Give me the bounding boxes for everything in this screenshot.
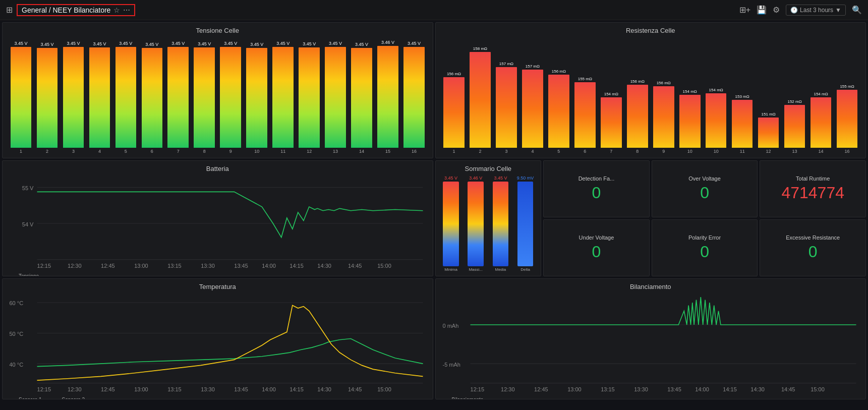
bar — [758, 118, 779, 148]
share-icon[interactable]: ⋯ — [123, 6, 130, 14]
svg-text:12:45: 12:45 — [534, 386, 548, 392]
bar-value: 3.45 V — [67, 41, 80, 46]
zoom-icon[interactable]: 🔍 — [852, 5, 862, 15]
svg-text:50 °C: 50 °C — [10, 331, 24, 337]
bar — [627, 85, 648, 148]
sommario-celle-panel: Sommario Celle 3.45 V Minima 3.46 V Mass… — [435, 160, 542, 276]
chevron-down-icon: ▼ — [835, 7, 841, 14]
resistenza-bar-col: 154 mΩ 7 — [599, 92, 623, 154]
svg-text:14:15: 14:15 — [723, 386, 737, 392]
svg-text:13:30: 13:30 — [201, 386, 215, 392]
bar-wrapper — [494, 67, 518, 148]
bar-value: 156 mΩ — [447, 72, 461, 76]
bilanciamento-svg: 0 mAh -5 mAh 12:15 12:30 12:45 13:00 13:… — [440, 294, 862, 395]
bar — [496, 67, 517, 148]
tensione-bar-col: 3.45 V 1 — [9, 41, 33, 154]
svg-text:13:30: 13:30 — [634, 386, 648, 392]
grid-icon[interactable]: ⊞ — [6, 5, 13, 15]
bar-wrapper — [546, 75, 571, 148]
bar — [522, 70, 543, 148]
star-icon[interactable]: ☆ — [113, 6, 120, 14]
tensione-bar-col: 3.45 V 8 — [192, 41, 217, 154]
sommario-label: Delta — [520, 267, 530, 272]
resistenza-bar-col: 156 mΩ 9 — [651, 81, 676, 154]
tensione-bar-col: 3.45 V 2 — [35, 42, 60, 154]
bar-value: 3.45 V — [276, 41, 290, 46]
bar-label: 5 — [125, 149, 127, 154]
add-panel-icon[interactable]: ⊞+ — [739, 5, 750, 15]
temperatura-svg: 60 °C 50 °C 40 °C 12:15 12:30 12:45 13:0… — [7, 294, 429, 395]
stat-value: 0 — [700, 243, 709, 261]
bar — [325, 47, 346, 148]
tensione-bar-col: 3.45 V 9 — [218, 41, 243, 154]
sensore1-line — [37, 339, 423, 367]
stat-title: Under Voltage — [579, 235, 614, 241]
resistenza-bar-col: 154 mΩ 10 — [704, 88, 728, 154]
bar-value: 3.45 V — [303, 41, 316, 46]
bar-label: 12 — [307, 149, 312, 154]
svg-text:14:45: 14:45 — [348, 263, 362, 269]
bar-value: 156 mΩ — [657, 81, 671, 85]
svg-text:13:45: 13:45 — [234, 263, 248, 269]
bilanciamento-panel: Bilanciamento 0 mAh -5 mAh 12:15 12:30 1… — [435, 278, 866, 399]
bar-label: 1 — [452, 149, 455, 154]
stat-value: 0 — [592, 184, 601, 202]
resistenza-bar-col: 155 mΩ 16 — [835, 84, 859, 154]
bar-wrapper — [468, 52, 492, 148]
bar-value: 154 mΩ — [683, 89, 697, 94]
time-range-picker[interactable]: 🕐 Last 3 hours ▼ — [786, 5, 846, 16]
tensione-bar-col: 3.45 V 16 — [402, 41, 427, 154]
sommario-bars: 3.45 V Minima 3.46 V Massi... 3.45 V Med… — [440, 175, 537, 272]
bar-value: 3.45 V — [198, 41, 211, 46]
save-icon[interactable]: 💾 — [757, 5, 767, 15]
bar-value: 155 mΩ — [578, 77, 592, 81]
svg-text:12:30: 12:30 — [68, 386, 82, 392]
bar-wrapper — [704, 93, 728, 148]
bar-label: 2 — [46, 149, 48, 154]
tensione-bar-col: 3.45 V 14 — [350, 42, 374, 154]
svg-text:13:45: 13:45 — [234, 386, 248, 392]
settings-icon[interactable]: ⚙ — [773, 5, 780, 15]
bar — [89, 47, 110, 148]
sensore1-legend: Sensore 1 — [7, 397, 42, 399]
tensione-celle-panel: Tensione Celle 3.45 V 1 3.45 V 2 3.45 V … — [2, 22, 433, 158]
sommario-bar — [443, 182, 459, 266]
bar-label: 2 — [479, 149, 481, 154]
svg-text:60 °C: 60 °C — [10, 301, 24, 307]
bar-label: 4 — [98, 149, 101, 154]
bar-label: 14 — [359, 149, 364, 154]
y-label-55v: 55 V — [22, 185, 34, 191]
bar — [63, 47, 84, 148]
bar-value: 151 mΩ — [762, 112, 776, 116]
svg-text:12:30: 12:30 — [68, 263, 82, 269]
bar-label: 15 — [385, 149, 390, 154]
tensione-bar-col: 3.45 V 13 — [323, 41, 348, 154]
svg-text:12:15: 12:15 — [37, 386, 51, 392]
stat-panel: Polarity Error 0 — [652, 219, 758, 276]
temperatura-chart-area: 60 °C 50 °C 40 °C 12:15 12:30 12:45 13:0… — [7, 294, 429, 395]
bar-wrapper — [9, 47, 33, 148]
stat-title: Polarity Error — [688, 235, 721, 241]
bar — [115, 47, 137, 148]
bar-label: 10 — [254, 149, 259, 154]
bar-label: 4 — [531, 149, 534, 154]
bar — [548, 75, 569, 148]
resistenza-bar-col: 157 mΩ 3 — [494, 62, 518, 154]
bar-value: 155 mΩ — [840, 84, 854, 89]
svg-text:14:00: 14:00 — [262, 263, 276, 269]
svg-text:14:30: 14:30 — [317, 386, 331, 392]
sommario-bar-col: 3.46 V Massi... — [465, 175, 487, 272]
resistenza-bar-col: 155 mΩ 6 — [572, 77, 597, 154]
bar-label: 13 — [333, 149, 338, 154]
tensione-bar-col: 3.45 V 10 — [245, 42, 269, 154]
bar-wrapper — [245, 48, 269, 148]
batteria-chart-area: 55 V 54 V 12:15 12:30 12:45 13:00 13:15 … — [7, 175, 429, 271]
stat-title: Detection Fa... — [578, 175, 615, 182]
bar-wrapper — [572, 82, 597, 148]
sommario-value: 3.45 V — [494, 175, 507, 181]
bar-label: 8 — [203, 149, 206, 154]
resistenza-celle-panel: Resistenza Celle 156 mΩ 1 158 mΩ 2 157 m… — [435, 22, 866, 158]
bar-value: 158 mΩ — [473, 46, 487, 51]
bar-label: 6 — [584, 149, 586, 154]
bar-value: 152 mΩ — [787, 99, 801, 104]
